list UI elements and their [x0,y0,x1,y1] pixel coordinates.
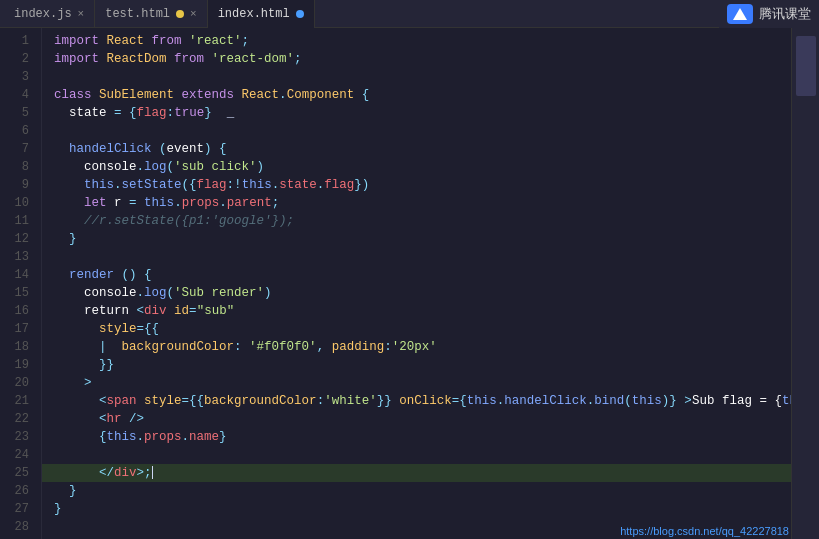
ln-5: 5 [0,104,29,122]
ln-28: 28 [0,518,29,536]
tab-close-test-html[interactable]: × [190,8,197,20]
ln-19: 19 [0,356,29,374]
ln-3: 3 [0,68,29,86]
tab-close-index-js[interactable]: × [78,8,85,20]
ln-10: 10 [0,194,29,212]
code-line-25: </div>; [42,464,791,482]
code-line-16: return <div id="sub" [42,302,791,320]
ln-24: 24 [0,446,29,464]
code-line-9: this.setState({flag:!this.state.flag}) [42,176,791,194]
status-url: https://blog.csdn.net/qq_42227818 [620,525,789,537]
ln-7: 7 [0,140,29,158]
ln-14: 14 [0,266,29,284]
line-numbers: 1 2 3 4 5 6 7 8 9 10 11 12 13 14 15 16 1… [0,28,42,539]
code-line-23: {this.props.name} [42,428,791,446]
code-line-20: > [42,374,791,392]
code-line-6 [42,122,791,140]
ln-1: 1 [0,32,29,50]
ln-26: 26 [0,482,29,500]
code-line-10: let r = this.props.parent; [42,194,791,212]
code-line-18: | backgroundColor: '#f0f0f0', padding:'2… [42,338,791,356]
tab-dot-test-html [176,10,184,18]
tab-index-js[interactable]: index.js × [4,0,95,28]
ln-8: 8 [0,158,29,176]
tab-test-html[interactable]: test.html × [95,0,207,28]
ln-25: 25 [0,464,29,482]
ln-21: 21 [0,392,29,410]
code-line-5: state = {flag:true} _ [42,104,791,122]
code-line-27: } [42,500,791,518]
ln-15: 15 [0,284,29,302]
code-line-17: style={{ [42,320,791,338]
ln-4: 4 [0,86,29,104]
ln-6: 6 [0,122,29,140]
ln-12: 12 [0,230,29,248]
ln-27: 27 [0,500,29,518]
ln-11: 11 [0,212,29,230]
tab-label-index-html: index.html [218,7,290,21]
tab-bar: index.js × test.html × index.html 腾讯课堂 [0,0,819,28]
ln-13: 13 [0,248,29,266]
ln-9: 9 [0,176,29,194]
ln-20: 20 [0,374,29,392]
code-line-8: console.log('sub click') [42,158,791,176]
minimap-thumb [796,36,816,96]
code-line-4: class SubElement extends React.Component… [42,86,791,104]
code-editor[interactable]: import React from 'react'; import ReactD… [42,28,791,539]
code-line-2: import ReactDom from 'react-dom'; [42,50,791,68]
tab-dot-index-html [296,10,304,18]
code-line-22: <hr /> [42,410,791,428]
tab-label-test-html: test.html [105,7,170,21]
ln-16: 16 [0,302,29,320]
code-line-3 [42,68,791,86]
ln-22: 22 [0,410,29,428]
ln-18: 18 [0,338,29,356]
code-line-24 [42,446,791,464]
code-line-11: //r.setState({p1:'google'}); [42,212,791,230]
code-line-12: } [42,230,791,248]
code-line-13 [42,248,791,266]
right-panel [791,28,819,539]
tab-label-index-js: index.js [14,7,72,21]
code-line-14: render () { [42,266,791,284]
tencent-icon [727,4,753,24]
tab-index-html[interactable]: index.html [208,0,315,28]
ln-2: 2 [0,50,29,68]
code-line-26: } [42,482,791,500]
tencent-logo-area: 腾讯课堂 [719,0,819,28]
ln-23: 23 [0,428,29,446]
tencent-brand-text: 腾讯课堂 [759,5,811,23]
code-line-7: handelClick (event) { [42,140,791,158]
code-line-21: <span style={{backgroundColor:'white'}} … [42,392,791,410]
ln-17: 17 [0,320,29,338]
code-line-1: import React from 'react'; [42,32,791,50]
code-line-19: }} [42,356,791,374]
code-line-15: console.log('Sub render') [42,284,791,302]
editor-area: 1 2 3 4 5 6 7 8 9 10 11 12 13 14 15 16 1… [0,28,819,539]
